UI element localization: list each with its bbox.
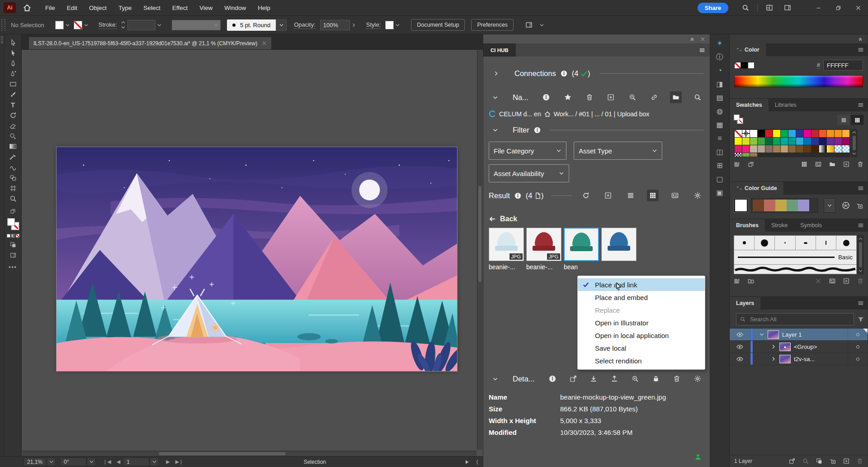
- trash-icon[interactable]: [584, 91, 595, 103]
- swatch[interactable]: [796, 145, 803, 152]
- swatch[interactable]: [750, 130, 757, 137]
- left-dock-edge[interactable]: [0, 34, 5, 456]
- visibility-eye-icon[interactable]: [730, 353, 750, 365]
- card-icon[interactable]: [669, 190, 681, 201]
- rotation-dropdown-icon[interactable]: [87, 457, 96, 466]
- document-setup-button[interactable]: Document Setup: [411, 19, 465, 31]
- swatch[interactable]: [735, 153, 742, 157]
- filter-dropdown-asset-type[interactable]: Asset Type: [574, 142, 662, 160]
- swatch[interactable]: [804, 130, 811, 137]
- dock-panel-icon-10[interactable]: ▣: [716, 189, 723, 196]
- eraser-tool[interactable]: [9, 120, 17, 131]
- zoom-dropdown-icon[interactable]: [47, 457, 56, 466]
- panel-menu-icon[interactable]: [858, 297, 864, 310]
- restore-button[interactable]: [828, 0, 848, 16]
- context-menu-item[interactable]: Open in Illustrator: [578, 316, 705, 329]
- panel-menu-icon[interactable]: [858, 99, 864, 111]
- width-tool[interactable]: [9, 162, 17, 172]
- swatches-scrollbar[interactable]: [851, 129, 857, 157]
- dock-panel-icon-3[interactable]: ▤: [716, 94, 723, 101]
- layer-name[interactable]: Layer 1: [782, 331, 802, 338]
- style-swatch[interactable]: [385, 21, 394, 29]
- target-circle-icon[interactable]: [848, 341, 868, 353]
- fill-stroke-indicator[interactable]: [734, 114, 743, 124]
- harmony-color-swatch[interactable]: [764, 200, 775, 211]
- symbol-sprayer-tool[interactable]: [9, 172, 17, 183]
- harmony-color-swatch[interactable]: [798, 200, 809, 211]
- status-play-icon[interactable]: [464, 459, 470, 465]
- swatch[interactable]: [781, 145, 788, 152]
- swatch[interactable]: [765, 130, 773, 137]
- close-panel-icon[interactable]: [700, 37, 705, 42]
- asset-thumbnail-3[interactable]: [564, 228, 599, 261]
- swatch[interactable]: [773, 130, 780, 137]
- swatch-libraries-icon[interactable]: [734, 161, 740, 167]
- swatch[interactable]: [742, 145, 750, 152]
- gear-icon[interactable]: [692, 190, 703, 201]
- chevron-right-icon[interactable]: [493, 71, 499, 76]
- collect-for-export-icon[interactable]: [789, 458, 795, 464]
- collapse-panel-icon[interactable]: [689, 36, 695, 42]
- brush-preset[interactable]: [796, 236, 816, 250]
- charcoal-brush-row[interactable]: [734, 265, 857, 274]
- panel-menu-icon[interactable]: [858, 43, 864, 56]
- more-tools-icon[interactable]: •••: [9, 264, 17, 271]
- eyedropper-tool[interactable]: [9, 152, 17, 162]
- menu-view[interactable]: View: [193, 5, 218, 11]
- swatch[interactable]: [804, 138, 811, 145]
- workspace-switcher-icon[interactable]: [784, 4, 791, 11]
- clipping-mask-icon[interactable]: [816, 458, 822, 464]
- swatch[interactable]: [796, 130, 803, 137]
- opacity-field[interactable]: 100%: [320, 20, 350, 30]
- rotation-field[interactable]: 0°: [60, 457, 86, 466]
- layer-name[interactable]: <Group>: [794, 343, 817, 350]
- tab-brushes[interactable]: Brushes: [730, 219, 765, 232]
- menu-help[interactable]: Help: [252, 5, 276, 11]
- tab-cihub[interactable]: CI HUB: [483, 43, 516, 57]
- swatch[interactable]: [835, 130, 842, 137]
- curvature-tool[interactable]: [9, 68, 17, 79]
- dock-panel-icon-7[interactable]: ◫: [716, 148, 723, 156]
- color-wheel-icon[interactable]: [842, 201, 850, 210]
- stroke-color-swatch[interactable]: [74, 21, 82, 29]
- connected-user-icon[interactable]: [694, 453, 702, 461]
- workspace-layout-icon[interactable]: [766, 4, 773, 11]
- connections-section-header[interactable]: Connections (4 ): [489, 69, 703, 78]
- chevron-down-icon[interactable]: [65, 23, 70, 28]
- new-sublayer-icon[interactable]: [830, 458, 836, 464]
- chevron-down-icon[interactable]: [492, 95, 498, 100]
- visibility-eye-icon[interactable]: [730, 329, 750, 340]
- menu-type[interactable]: Type: [113, 5, 137, 11]
- chevron-down-icon[interactable]: [276, 19, 287, 31]
- asset-thumbnail-2[interactable]: JPG: [526, 228, 561, 261]
- swatch[interactable]: [811, 130, 819, 137]
- base-color-swatch[interactable]: [734, 199, 748, 212]
- chevron-right-icon[interactable]: [771, 356, 776, 362]
- panel-edge-arrow-icon[interactable]: ⟨: [476, 459, 478, 465]
- context-menu-item[interactable]: Select rendition: [578, 354, 705, 367]
- artboard-dropdown-icon[interactable]: [150, 457, 159, 466]
- swatch[interactable]: [758, 145, 765, 152]
- info-icon[interactable]: [547, 373, 558, 385]
- chevron-right-icon[interactable]: [771, 344, 776, 349]
- context-menu-item[interactable]: Open in local application: [578, 329, 705, 342]
- list-icon[interactable]: [625, 190, 637, 201]
- fill-stroke-indicator[interactable]: [7, 218, 19, 230]
- swatch[interactable]: [827, 145, 834, 152]
- basic-brush-row[interactable]: Basic: [734, 250, 857, 265]
- filter-funnel-icon[interactable]: [858, 316, 864, 323]
- vertical-scrollbar[interactable]: [477, 50, 482, 450]
- brush-preset[interactable]: [836, 236, 856, 250]
- context-menu-item[interactable]: Replace: [578, 304, 705, 316]
- pen-tool[interactable]: [9, 58, 17, 68]
- artboard-tool[interactable]: [9, 183, 17, 193]
- chevron-down-icon[interactable]: [157, 23, 162, 28]
- fill-color-swatch[interactable]: [55, 21, 64, 29]
- dock-panel-icon-9[interactable]: ▢: [716, 176, 723, 183]
- swatch[interactable]: [819, 130, 826, 137]
- menu-file[interactable]: File: [39, 5, 61, 11]
- tab-layers[interactable]: Layers: [730, 297, 760, 310]
- swatch[interactable]: [758, 130, 765, 137]
- swatch[interactable]: [742, 153, 750, 157]
- new-swatch-icon[interactable]: [843, 161, 849, 167]
